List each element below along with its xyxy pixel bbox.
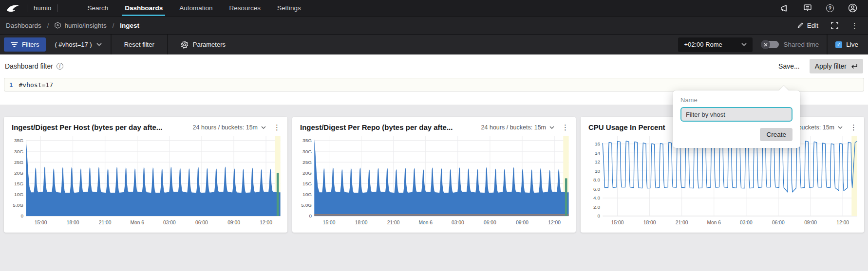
svg-text:15G: 15G (302, 181, 312, 186)
save-filter-popup: Name Create (673, 90, 800, 148)
svg-text:30G: 30G (14, 149, 23, 154)
nav-item-dashboards[interactable]: Dashboards (116, 0, 171, 16)
svg-text:14: 14 (595, 150, 601, 156)
chart-time-range-label: 24 hours / buckets: 15m (481, 124, 546, 131)
apply-filter-label: Apply filter (815, 62, 847, 70)
chart-time-range-label: 24 hours / buckets: 15m (193, 124, 258, 131)
feedback-icon[interactable] (803, 4, 812, 12)
svg-text:0: 0 (20, 214, 23, 219)
humio-dashboard-screen: humio SearchDashboardsAutomationResource… (0, 0, 868, 271)
svg-text:Mon 6: Mon 6 (131, 220, 145, 225)
main-nav: SearchDashboardsAutomationResourcesSetti… (79, 0, 309, 16)
svg-text:0: 0 (597, 214, 600, 219)
live-checkbox[interactable]: ✓ (835, 41, 842, 48)
divider (57, 4, 58, 12)
nav-item-automation[interactable]: Automation (171, 0, 221, 16)
breadcrumb-bar: Dashboards / humio/insights / Ingest Edi… (0, 16, 868, 34)
crowdstrike-falcon-logo-icon[interactable] (6, 3, 20, 13)
nav-item-resources[interactable]: Resources (221, 0, 269, 16)
create-button[interactable]: Create (760, 128, 793, 141)
svg-text:12:00: 12:00 (260, 220, 272, 225)
chart-menu-kebab-icon[interactable]: ⋮ (850, 124, 857, 131)
svg-text:Mon 6: Mon 6 (707, 220, 721, 225)
timezone-select[interactable]: +02:00 Rome (678, 37, 753, 52)
svg-text:12:00: 12:00 (548, 220, 561, 225)
nav-item-settings[interactable]: Settings (269, 0, 309, 16)
help-icon[interactable]: ? (826, 4, 834, 12)
filter-icon (11, 42, 18, 48)
chart-menu-kebab-icon[interactable]: ⋮ (273, 124, 281, 131)
shared-time-toggle[interactable] (761, 41, 779, 48)
dashboard-filter-title: Dashboard filter i (5, 62, 63, 70)
chevron-down-icon (261, 126, 266, 129)
breadcrumb-separator: / (113, 22, 114, 29)
chart-plot-area[interactable]: 35G30G25G20G15G10G5.0G015:0018:0021:00Mo… (292, 133, 576, 231)
divider (27, 4, 27, 12)
chevron-down-icon (96, 43, 102, 46)
svg-text:12: 12 (595, 159, 601, 164)
filters-button[interactable]: Filters (4, 37, 46, 52)
nav-item-search[interactable]: Search (79, 0, 116, 16)
chevron-down-icon (741, 43, 747, 46)
breadcrumb-dashboards[interactable]: Dashboards (6, 22, 41, 29)
chart-card-2: Ingest/Digest Per Repo (bytes per day af… (292, 117, 576, 233)
chart-title: Ingest/Digest Per Repo (bytes per day af… (300, 123, 453, 131)
chevron-down-icon (549, 126, 554, 129)
top-nav: humio SearchDashboardsAutomationResource… (0, 0, 868, 16)
parameters-button[interactable]: Parameters (168, 35, 238, 54)
svg-text:20G: 20G (302, 170, 312, 176)
dashboard-filter-label: Dashboard filter (5, 62, 53, 70)
chart-title: CPU Usage In Percent (588, 123, 665, 131)
svg-text:06:00: 06:00 (195, 220, 208, 225)
account-icon[interactable] (848, 3, 857, 13)
active-filter-dropdown[interactable]: ( #vhost=17 ) (46, 35, 110, 54)
svg-text:Mon 6: Mon 6 (419, 220, 433, 225)
svg-text:10G: 10G (302, 192, 312, 197)
area-chart: 35G30G25G20G15G10G5.0G015:0018:0021:00Mo… (292, 133, 576, 229)
filter-name-input[interactable] (680, 107, 793, 122)
chevron-down-icon (838, 126, 843, 129)
chart-plot-area[interactable]: 161412108.06.04.02.0015:0018:0021:00Mon … (581, 133, 864, 231)
dashboard-filter-query-editor[interactable]: 1 #vhost=17 (4, 78, 864, 91)
brand-name[interactable]: humio (34, 4, 51, 12)
svg-text:09:00: 09:00 (804, 220, 817, 225)
svg-text:25G: 25G (302, 160, 312, 165)
svg-text:5.0G: 5.0G (301, 202, 312, 208)
svg-text:18:00: 18:00 (67, 220, 79, 225)
svg-text:15:00: 15:00 (323, 220, 336, 225)
chart-plot-area[interactable]: 35G30G25G20G15G10G5.0G015:0018:0021:00Mo… (4, 133, 287, 231)
dashboard-menu-kebab-icon[interactable]: ⋮ (851, 22, 858, 29)
svg-text:20G: 20G (14, 170, 23, 176)
save-filter-link[interactable]: Save... (778, 62, 800, 70)
chart-time-range-dropdown[interactable]: 24 hours / buckets: 15m (481, 124, 554, 131)
pencil-icon (797, 22, 804, 29)
svg-text:35G: 35G (302, 138, 312, 143)
announcement-icon[interactable] (780, 4, 789, 12)
breadcrumb-repo-label: humio/insights (64, 22, 106, 29)
chart-card-1: Ingest/Digest Per Host (bytes per day af… (4, 117, 287, 233)
chart-time-range-dropdown[interactable]: 24 hours / buckets: 15m (193, 124, 266, 131)
apply-filter-button[interactable]: Apply filter (810, 59, 863, 73)
chart-menu-kebab-icon[interactable]: ⋮ (562, 124, 569, 131)
edit-label: Edit (807, 22, 818, 29)
svg-text:15:00: 15:00 (611, 220, 624, 225)
svg-text:10G: 10G (14, 192, 23, 197)
svg-text:15G: 15G (14, 181, 23, 186)
fullscreen-icon[interactable] (831, 22, 838, 29)
breadcrumb-separator: / (47, 22, 49, 29)
svg-text:12:00: 12:00 (836, 220, 849, 225)
svg-text:4.0: 4.0 (593, 196, 600, 201)
svg-text:0: 0 (309, 214, 312, 219)
reset-filter-button[interactable]: Reset filter (112, 35, 167, 54)
svg-text:30G: 30G (302, 149, 312, 154)
toggle-knob-off-icon (761, 40, 770, 49)
parameters-label: Parameters (193, 41, 226, 48)
svg-text:18:00: 18:00 (643, 220, 656, 225)
edit-dashboard-button[interactable]: Edit (797, 22, 818, 29)
popup-name-label: Name (680, 96, 793, 104)
nav-right-icons: ? (780, 3, 857, 13)
gear-icon (181, 41, 189, 49)
breadcrumb-repo[interactable]: humio/insights (55, 22, 106, 29)
svg-text:06:00: 06:00 (484, 220, 496, 225)
info-icon[interactable]: i (57, 63, 63, 70)
